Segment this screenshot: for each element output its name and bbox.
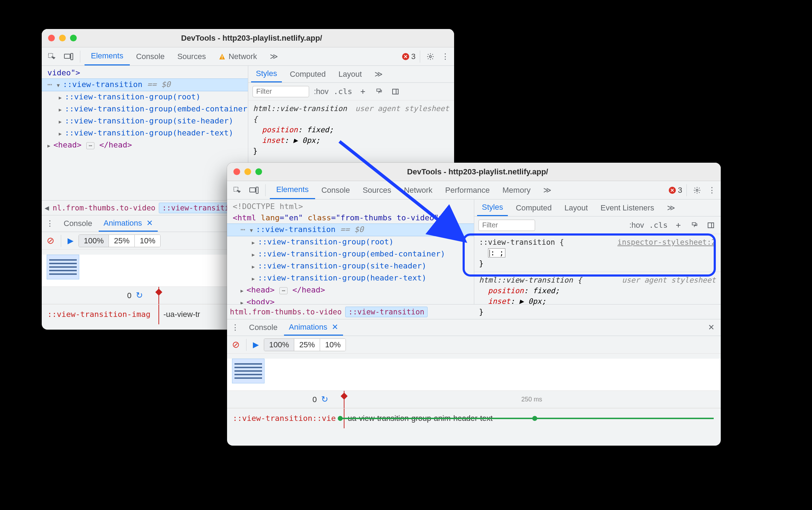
- subtab-layout[interactable]: Layout: [334, 66, 367, 82]
- dom-node[interactable]: ::view-transition-group(site-header): [258, 261, 427, 270]
- dom-node[interactable]: ::view-transition-group(embed-container): [258, 249, 445, 258]
- drawer-kebab-icon[interactable]: ⋮: [44, 218, 56, 230]
- drawer-tab-animations[interactable]: Animations ✕: [99, 215, 158, 232]
- animation-thumbnail[interactable]: [47, 255, 79, 279]
- paint-icon[interactable]: [689, 220, 700, 231]
- subtab-more[interactable]: ≫: [662, 199, 680, 216]
- inspect-icon[interactable]: [45, 50, 59, 64]
- speed-10[interactable]: 10%: [135, 235, 160, 247]
- dom-node[interactable]: ::view-transition-group(embed-container): [65, 104, 248, 113]
- track-start-handle[interactable]: [338, 416, 343, 421]
- zoom-dot[interactable]: [70, 35, 77, 41]
- animation-row[interactable]: ::view-transition::vie -ua-view-transiti…: [227, 408, 721, 428]
- rule-source-link[interactable]: inspector-stylesheet:2: [617, 237, 716, 248]
- inspect-icon[interactable]: [230, 183, 244, 197]
- kebab-icon[interactable]: ⋮: [439, 51, 451, 63]
- error-count[interactable]: ✕3: [402, 52, 416, 61]
- panel-icon[interactable]: [705, 220, 717, 231]
- tab-elements[interactable]: Elements: [85, 47, 130, 65]
- new-rule-icon[interactable]: [357, 86, 369, 97]
- styles-rule-new[interactable]: inspector-stylesheet:2 ::view-transition…: [474, 234, 721, 272]
- zoom-dot[interactable]: [255, 168, 262, 175]
- tab-network[interactable]: Network: [212, 47, 263, 65]
- subtab-computed[interactable]: Computed: [285, 66, 331, 82]
- drawer-kebab-icon[interactable]: ⋮: [229, 321, 241, 334]
- tab-elements[interactable]: Elements: [270, 181, 315, 199]
- animation-thumbnail[interactable]: [232, 359, 265, 383]
- drawer-tab-animations[interactable]: Animations ✕: [284, 319, 343, 336]
- replay-icon[interactable]: ↻: [321, 394, 328, 404]
- styles-filter-input[interactable]: [253, 86, 309, 97]
- tab-memory[interactable]: Memory: [496, 181, 537, 199]
- styles-rule-ua[interactable]: user agent stylesheet html::view-transit…: [474, 272, 721, 320]
- subtab-eventlisteners[interactable]: Event Listeners: [596, 199, 659, 216]
- rule-empty-declaration[interactable]: : ;: [491, 249, 504, 257]
- play-icon[interactable]: ▶: [68, 236, 74, 245]
- speed-25[interactable]: 25%: [294, 339, 320, 351]
- gear-icon[interactable]: [424, 51, 436, 63]
- animation-track[interactable]: [340, 418, 714, 419]
- dom-tree[interactable]: video"> ⋯ ::view-transition == $0 ::view…: [42, 66, 248, 200]
- speed-segment[interactable]: 100% 25% 10%: [79, 234, 161, 247]
- dom-node[interactable]: ::view-transition-group(root): [258, 237, 394, 246]
- kebab-icon[interactable]: ⋮: [706, 184, 718, 196]
- dom-node[interactable]: <head>: [53, 140, 81, 149]
- breadcrumb-item[interactable]: html.from-thumbs.to-video: [230, 308, 342, 316]
- drawer-tab-console[interactable]: Console: [59, 215, 97, 232]
- tab-console[interactable]: Console: [315, 181, 356, 199]
- breadcrumb-item[interactable]: nl.from-thumbs.to-video: [53, 204, 156, 212]
- minimize-dot[interactable]: [59, 35, 66, 41]
- cls-toggle[interactable]: .cls: [649, 221, 668, 230]
- drawer-tab-console[interactable]: Console: [244, 319, 283, 336]
- paint-icon[interactable]: [373, 86, 385, 97]
- dom-node[interactable]: ::view-transition-group(site-header): [65, 116, 233, 125]
- speed-segment[interactable]: 100% 25% 10%: [264, 338, 346, 351]
- tab-performance[interactable]: Performance: [439, 181, 496, 199]
- clear-icon[interactable]: ⊘: [47, 235, 54, 246]
- panel-icon[interactable]: [390, 86, 401, 97]
- breadcrumb-item-selected[interactable]: ::view-transition: [345, 307, 428, 317]
- speed-100[interactable]: 100%: [79, 235, 109, 247]
- subtab-computed[interactable]: Computed: [511, 199, 557, 216]
- subtab-styles[interactable]: Styles: [251, 66, 282, 82]
- device-icon[interactable]: [62, 50, 76, 64]
- styles-filter-input[interactable]: [478, 220, 535, 231]
- subtab-layout[interactable]: Layout: [559, 199, 593, 216]
- close-dot[interactable]: [48, 35, 55, 41]
- speed-25[interactable]: 25%: [109, 235, 135, 247]
- speed-10[interactable]: 10%: [320, 339, 346, 351]
- dom-node[interactable]: ::view-transition-group(header-text): [258, 273, 427, 282]
- dom-node[interactable]: ::view-transition-group(header-text): [65, 128, 233, 137]
- error-count[interactable]: ✕3: [669, 186, 682, 195]
- cls-toggle[interactable]: .cls: [334, 87, 352, 96]
- hov-toggle[interactable]: :hov: [629, 221, 644, 230]
- device-icon[interactable]: [247, 183, 261, 197]
- track-keyframe-handle[interactable]: [532, 416, 537, 421]
- subtab-more[interactable]: ≫: [370, 66, 388, 82]
- dom-node[interactable]: ::view-transition-group(root): [65, 92, 201, 101]
- dom-node[interactable]: <head>: [246, 285, 274, 294]
- clear-icon[interactable]: ⊘: [232, 339, 240, 350]
- play-icon[interactable]: ▶: [253, 340, 259, 349]
- animations-timeline[interactable]: 0 ↻ 250 ms: [227, 390, 721, 408]
- tab-more[interactable]: ≫: [263, 47, 284, 65]
- tab-console[interactable]: Console: [130, 47, 171, 65]
- tab-sources[interactable]: Sources: [356, 181, 398, 199]
- gear-icon[interactable]: [691, 184, 703, 196]
- styles-rule[interactable]: user agent stylesheet html::view-transit…: [248, 100, 454, 159]
- tab-more[interactable]: ≫: [537, 181, 558, 199]
- replay-icon[interactable]: ↻: [136, 290, 143, 300]
- dom-selected-node[interactable]: ⋯ ::view-transition == $0: [42, 79, 248, 91]
- hov-toggle[interactable]: :hov: [314, 87, 329, 96]
- speed-100[interactable]: 100%: [264, 339, 294, 351]
- close-dot[interactable]: [233, 168, 240, 175]
- tab-sources[interactable]: Sources: [171, 47, 212, 65]
- minimize-dot[interactable]: [244, 168, 251, 175]
- subtab-styles[interactable]: Styles: [477, 199, 508, 216]
- dom-node[interactable]: <body>: [246, 297, 274, 304]
- tab-network[interactable]: Network: [398, 181, 439, 199]
- drawer-close-icon[interactable]: ✕: [704, 323, 719, 332]
- dom-tree[interactable]: <!DOCTYPE html> <html lang="en" class="f…: [227, 199, 474, 304]
- new-rule-icon[interactable]: [673, 220, 684, 231]
- dom-selected-node[interactable]: ⋯ ::view-transition == $0: [227, 224, 474, 236]
